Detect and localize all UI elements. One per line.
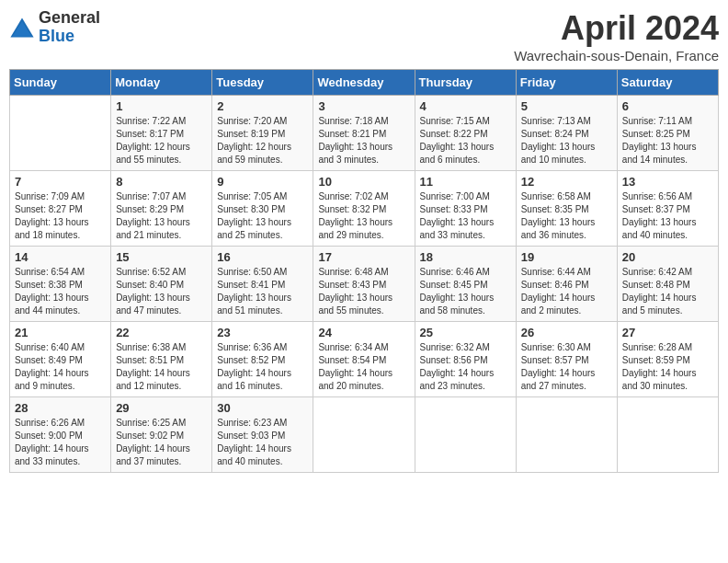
calendar-cell: 19Sunrise: 6:44 AM Sunset: 8:46 PM Dayli… bbox=[516, 247, 617, 322]
calendar-cell: 9Sunrise: 7:05 AM Sunset: 8:30 PM Daylig… bbox=[212, 171, 313, 247]
day-detail: Sunrise: 6:36 AM Sunset: 8:52 PM Dayligh… bbox=[217, 341, 308, 393]
day-detail: Sunrise: 6:38 AM Sunset: 8:51 PM Dayligh… bbox=[116, 341, 207, 393]
day-number: 15 bbox=[116, 250, 207, 264]
calendar-cell: 14Sunrise: 6:54 AM Sunset: 8:38 PM Dayli… bbox=[10, 247, 111, 322]
day-number: 2 bbox=[217, 99, 308, 113]
logo-blue-text: Blue bbox=[39, 28, 100, 46]
day-number: 1 bbox=[116, 99, 207, 113]
calendar-cell: 28Sunrise: 6:26 AM Sunset: 9:00 PM Dayli… bbox=[10, 397, 111, 473]
day-number: 14 bbox=[15, 250, 106, 264]
day-detail: Sunrise: 6:50 AM Sunset: 8:41 PM Dayligh… bbox=[217, 266, 308, 317]
week-row-1: 1Sunrise: 7:22 AM Sunset: 8:17 PM Daylig… bbox=[10, 96, 719, 171]
logo: General Blue bbox=[9, 9, 100, 46]
calendar-cell: 23Sunrise: 6:36 AM Sunset: 8:52 PM Dayli… bbox=[212, 322, 313, 397]
day-number: 27 bbox=[622, 326, 713, 339]
day-number: 21 bbox=[15, 326, 106, 339]
calendar-cell: 16Sunrise: 6:50 AM Sunset: 8:41 PM Dayli… bbox=[212, 247, 313, 322]
calendar-cell: 2Sunrise: 7:20 AM Sunset: 8:19 PM Daylig… bbox=[212, 96, 313, 171]
day-detail: Sunrise: 7:15 AM Sunset: 8:22 PM Dayligh… bbox=[420, 115, 511, 167]
calendar-cell: 29Sunrise: 6:25 AM Sunset: 9:02 PM Dayli… bbox=[111, 397, 212, 473]
day-number: 26 bbox=[521, 326, 612, 339]
calendar-cell bbox=[617, 397, 718, 473]
header: General Blue April 2024 Wavrechain-sous-… bbox=[9, 9, 719, 63]
day-detail: Sunrise: 6:56 AM Sunset: 8:37 PM Dayligh… bbox=[622, 190, 713, 242]
calendar-cell: 5Sunrise: 7:13 AM Sunset: 8:24 PM Daylig… bbox=[516, 96, 617, 171]
calendar-cell: 24Sunrise: 6:34 AM Sunset: 8:54 PM Dayli… bbox=[313, 322, 415, 397]
day-number: 28 bbox=[15, 401, 106, 415]
day-number: 12 bbox=[521, 175, 612, 189]
calendar-cell: 1Sunrise: 7:22 AM Sunset: 8:17 PM Daylig… bbox=[111, 96, 212, 171]
logo-text: General Blue bbox=[39, 9, 100, 46]
calendar-cell: 7Sunrise: 7:09 AM Sunset: 8:27 PM Daylig… bbox=[10, 171, 111, 247]
calendar-cell: 20Sunrise: 6:42 AM Sunset: 8:48 PM Dayli… bbox=[617, 247, 718, 322]
calendar-cell: 4Sunrise: 7:15 AM Sunset: 8:22 PM Daylig… bbox=[415, 96, 516, 171]
header-saturday: Saturday bbox=[617, 70, 718, 96]
month-title: April 2024 bbox=[514, 9, 719, 48]
calendar-table: Sunday Monday Tuesday Wednesday Thursday… bbox=[9, 69, 719, 473]
svg-marker-1 bbox=[13, 21, 32, 37]
header-thursday: Thursday bbox=[415, 70, 516, 96]
header-tuesday: Tuesday bbox=[212, 70, 313, 96]
day-detail: Sunrise: 6:46 AM Sunset: 8:45 PM Dayligh… bbox=[420, 266, 511, 317]
day-detail: Sunrise: 6:48 AM Sunset: 8:43 PM Dayligh… bbox=[318, 266, 409, 317]
calendar-cell bbox=[516, 397, 617, 473]
day-number: 24 bbox=[318, 326, 409, 339]
calendar-cell: 8Sunrise: 7:07 AM Sunset: 8:29 PM Daylig… bbox=[111, 171, 212, 247]
calendar-body: 1Sunrise: 7:22 AM Sunset: 8:17 PM Daylig… bbox=[10, 96, 719, 473]
day-detail: Sunrise: 6:54 AM Sunset: 8:38 PM Dayligh… bbox=[15, 266, 106, 317]
day-number: 29 bbox=[116, 401, 207, 415]
calendar-header: Sunday Monday Tuesday Wednesday Thursday… bbox=[10, 70, 719, 96]
header-sunday: Sunday bbox=[10, 70, 111, 96]
calendar-cell bbox=[415, 397, 516, 473]
calendar-cell: 17Sunrise: 6:48 AM Sunset: 8:43 PM Dayli… bbox=[313, 247, 415, 322]
day-detail: Sunrise: 6:28 AM Sunset: 8:59 PM Dayligh… bbox=[622, 341, 713, 393]
day-number: 6 bbox=[622, 99, 713, 113]
location-subtitle: Wavrechain-sous-Denain, France bbox=[514, 48, 719, 63]
day-detail: Sunrise: 6:32 AM Sunset: 8:56 PM Dayligh… bbox=[420, 341, 511, 393]
calendar-cell bbox=[313, 397, 415, 473]
day-detail: Sunrise: 6:40 AM Sunset: 8:49 PM Dayligh… bbox=[15, 341, 106, 393]
calendar-cell: 3Sunrise: 7:18 AM Sunset: 8:21 PM Daylig… bbox=[313, 96, 415, 171]
day-number: 5 bbox=[521, 99, 612, 113]
day-number: 3 bbox=[318, 99, 409, 113]
calendar-cell: 15Sunrise: 6:52 AM Sunset: 8:40 PM Dayli… bbox=[111, 247, 212, 322]
day-number: 25 bbox=[420, 326, 511, 339]
day-number: 7 bbox=[15, 175, 106, 189]
day-number: 18 bbox=[420, 250, 511, 264]
calendar-cell: 12Sunrise: 6:58 AM Sunset: 8:35 PM Dayli… bbox=[516, 171, 617, 247]
day-number: 8 bbox=[116, 175, 207, 189]
header-monday: Monday bbox=[111, 70, 212, 96]
week-row-4: 21Sunrise: 6:40 AM Sunset: 8:49 PM Dayli… bbox=[10, 322, 719, 397]
calendar-cell: 27Sunrise: 6:28 AM Sunset: 8:59 PM Dayli… bbox=[617, 322, 718, 397]
logo-general-text: General bbox=[39, 9, 100, 28]
day-number: 20 bbox=[622, 250, 713, 264]
day-detail: Sunrise: 6:42 AM Sunset: 8:48 PM Dayligh… bbox=[622, 266, 713, 317]
header-wednesday: Wednesday bbox=[313, 70, 415, 96]
day-detail: Sunrise: 7:20 AM Sunset: 8:19 PM Dayligh… bbox=[217, 115, 308, 167]
calendar-cell: 11Sunrise: 7:00 AM Sunset: 8:33 PM Dayli… bbox=[415, 171, 516, 247]
day-detail: Sunrise: 7:02 AM Sunset: 8:32 PM Dayligh… bbox=[318, 190, 409, 242]
day-number: 11 bbox=[420, 175, 511, 189]
header-friday: Friday bbox=[516, 70, 617, 96]
calendar-cell: 26Sunrise: 6:30 AM Sunset: 8:57 PM Dayli… bbox=[516, 322, 617, 397]
day-number: 19 bbox=[521, 250, 612, 264]
day-detail: Sunrise: 6:58 AM Sunset: 8:35 PM Dayligh… bbox=[521, 190, 612, 242]
logo-icon bbox=[9, 15, 35, 40]
day-number: 23 bbox=[217, 326, 308, 339]
day-number: 17 bbox=[318, 250, 409, 264]
day-detail: Sunrise: 6:34 AM Sunset: 8:54 PM Dayligh… bbox=[318, 341, 409, 393]
day-detail: Sunrise: 7:07 AM Sunset: 8:29 PM Dayligh… bbox=[116, 190, 207, 242]
day-number: 4 bbox=[420, 99, 511, 113]
day-detail: Sunrise: 6:52 AM Sunset: 8:40 PM Dayligh… bbox=[116, 266, 207, 317]
day-detail: Sunrise: 7:22 AM Sunset: 8:17 PM Dayligh… bbox=[116, 115, 207, 167]
calendar-cell: 6Sunrise: 7:11 AM Sunset: 8:25 PM Daylig… bbox=[617, 96, 718, 171]
calendar-cell: 25Sunrise: 6:32 AM Sunset: 8:56 PM Dayli… bbox=[415, 322, 516, 397]
day-detail: Sunrise: 6:23 AM Sunset: 9:03 PM Dayligh… bbox=[217, 417, 308, 468]
calendar-cell: 13Sunrise: 6:56 AM Sunset: 8:37 PM Dayli… bbox=[617, 171, 718, 247]
day-detail: Sunrise: 7:00 AM Sunset: 8:33 PM Dayligh… bbox=[420, 190, 511, 242]
day-number: 30 bbox=[217, 401, 308, 415]
calendar-cell: 10Sunrise: 7:02 AM Sunset: 8:32 PM Dayli… bbox=[313, 171, 415, 247]
day-number: 9 bbox=[217, 175, 308, 189]
week-row-3: 14Sunrise: 6:54 AM Sunset: 8:38 PM Dayli… bbox=[10, 247, 719, 322]
calendar-cell: 21Sunrise: 6:40 AM Sunset: 8:49 PM Dayli… bbox=[10, 322, 111, 397]
